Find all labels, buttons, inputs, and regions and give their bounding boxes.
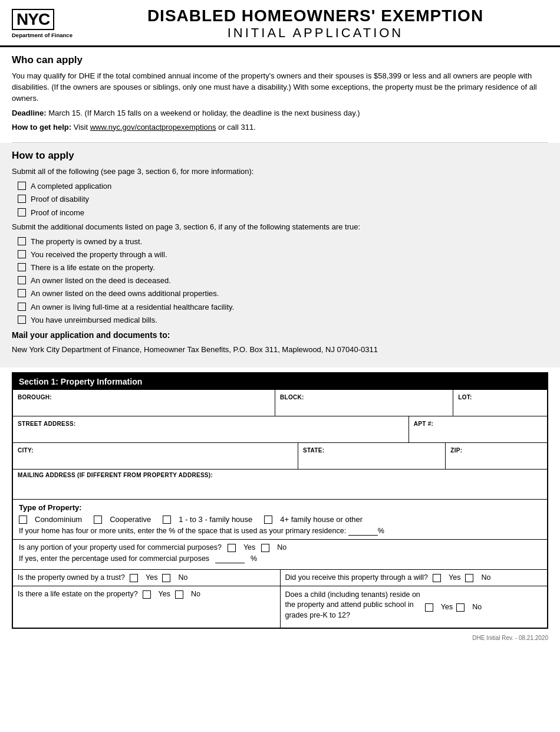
checkbox-icon [264, 516, 272, 524]
list-item: Proof of income [18, 208, 548, 218]
page: NYC Department of Finance DISABLED HOMEO… [0, 0, 560, 732]
checkbox-icon [130, 574, 138, 582]
zip-cell: ZIP: [446, 443, 547, 469]
checklist-item-label: Proof of disability [31, 194, 89, 205]
mailing-cell: MAILING ADDRESS (IF DIFFERENT FROM PROPE… [13, 470, 547, 499]
no-label: No [178, 573, 187, 582]
lot-input[interactable] [476, 392, 537, 401]
block-input[interactable] [308, 392, 444, 401]
checkbox-icon [175, 590, 183, 599]
life-estate-yes-group: Yes [143, 590, 170, 599]
checkbox-icon [228, 544, 236, 552]
checklist-primary: A completed application Proof of disabil… [18, 181, 548, 218]
checklist-item-label: There is a life estate on the property. [31, 262, 155, 273]
footer-text: DHE Initial Rev. - 08.21.2020 [472, 635, 548, 641]
state-input[interactable] [328, 445, 436, 454]
primary-residence-line: If your home has four or more units, ent… [19, 527, 541, 536]
yes-label: Yes [449, 573, 460, 582]
checklist-additional: The property is owned by a trust. You re… [18, 237, 548, 326]
checkbox-icon [18, 250, 26, 258]
yes-label: Yes [243, 543, 255, 552]
block-cell: BLOCK: [275, 390, 453, 416]
checklist-item-label: An owner listed on the deed owns additio… [31, 288, 219, 299]
trust-no-group: No [162, 573, 187, 582]
list-item: An owner listed on the deed owns additio… [18, 288, 548, 299]
list-item: A completed application [18, 181, 548, 192]
checkbox-icon [162, 574, 170, 582]
checkbox-icon [18, 195, 26, 203]
city-label: CITY: [18, 447, 34, 454]
bottom-left-col: Is the property owned by a trust? Yes No… [13, 570, 281, 628]
how-intro: Submit all of the following (see page 3,… [12, 166, 548, 178]
no-label: No [277, 543, 286, 552]
how-to-apply-section: How to apply Submit all of the following… [0, 143, 560, 367]
trust-yes-group: Yes [130, 573, 157, 582]
property-type-section: Type of Property: Condominium Cooperativ… [13, 500, 547, 540]
life-estate-no-group: No [175, 590, 200, 599]
form-row-city: CITY: STATE: ZIP: [13, 443, 547, 470]
no-label: No [472, 603, 482, 611]
who-section-title: Who can apply [12, 54, 548, 66]
mail-title: Mail your application and documents to: [12, 330, 548, 340]
additional-intro: Submit the additional documents listed o… [12, 222, 548, 233]
apt-cell: APT #: [409, 416, 547, 442]
type-condominium: Condominium [19, 515, 82, 524]
checkbox-icon [18, 303, 26, 311]
checklist-item-label: You received the property through a will… [31, 250, 167, 260]
checkbox-icon [425, 603, 433, 612]
commercial-pct-blank [215, 554, 245, 563]
street-input[interactable] [80, 419, 396, 428]
state-label: STATE: [303, 447, 324, 454]
commercial-row2: If yes, enter the percentage used for co… [19, 554, 541, 563]
state-cell: STATE: [298, 443, 446, 469]
checkbox-icon [433, 574, 441, 582]
mailing-input[interactable] [20, 478, 356, 487]
apt-label: APT #: [414, 421, 433, 427]
yes-label: Yes [159, 590, 170, 598]
checklist-item-label: The property is owned by a trust. [31, 237, 142, 247]
checkbox-icon [18, 316, 26, 324]
block-label: BLOCK: [280, 394, 304, 401]
who-body: You may qualify for DHE if the total com… [12, 71, 548, 104]
list-item: Proof of disability [18, 194, 548, 205]
list-item: You have unreimbursed medical bills. [18, 315, 548, 326]
form-row-mailing: MAILING ADDRESS (IF DIFFERENT FROM PROPE… [13, 470, 547, 500]
help-suffix: or call 311. [216, 123, 256, 132]
lot-label: LOT: [458, 394, 472, 401]
list-item: The property is owned by a trust. [18, 237, 548, 247]
checkbox-icon [18, 276, 26, 284]
type-label: Condominium [35, 515, 82, 524]
street-cell: STREET ADDRESS: [13, 416, 409, 442]
form-row-street: STREET ADDRESS: APT #: [13, 416, 547, 443]
apt-input[interactable] [437, 419, 539, 428]
page-footer: DHE Initial Rev. - 08.21.2020 [0, 631, 560, 645]
section1-form: Section 1: Property Information BOROUGH:… [12, 372, 548, 629]
primary-pct-blank [348, 527, 378, 536]
borough-label: BOROUGH: [18, 394, 52, 401]
city-input[interactable] [38, 445, 289, 454]
no-label: No [191, 590, 200, 598]
bottom-right-col: Did you receive this property through a … [281, 570, 548, 628]
checkbox-icon [18, 263, 26, 271]
borough-input[interactable] [56, 392, 267, 401]
type-label: 4+ family house or other [280, 515, 363, 524]
deadline-text: March 15. (If March 15 falls on a weeken… [47, 109, 360, 117]
street-label: STREET ADDRESS: [18, 421, 76, 427]
commercial-no-group: No [261, 543, 286, 552]
borough-cell: BOROUGH: [13, 390, 275, 416]
city-cell: CITY: [13, 443, 298, 469]
will-no-group: No [465, 573, 490, 582]
deadline-label: Deadline: [12, 109, 47, 117]
zip-input[interactable] [467, 445, 538, 454]
nyc-logo: NYC Department of Finance [12, 9, 83, 38]
no-label: No [481, 573, 490, 582]
help-text: Visit [71, 123, 90, 132]
page-header: NYC Department of Finance DISABLED HOMEO… [0, 0, 560, 47]
how-section-title: How to apply [12, 150, 548, 162]
nyc-logo-text: NYC [12, 9, 54, 30]
section1-header: Section 1: Property Information [13, 373, 547, 390]
checklist-item-label: A completed application [31, 181, 111, 192]
trust-cell: Is the property owned by a trust? Yes No [13, 570, 280, 586]
checklist-item-label: An owner listed on the deed is deceased. [31, 275, 171, 286]
logo-area: NYC Department of Finance [12, 9, 83, 38]
